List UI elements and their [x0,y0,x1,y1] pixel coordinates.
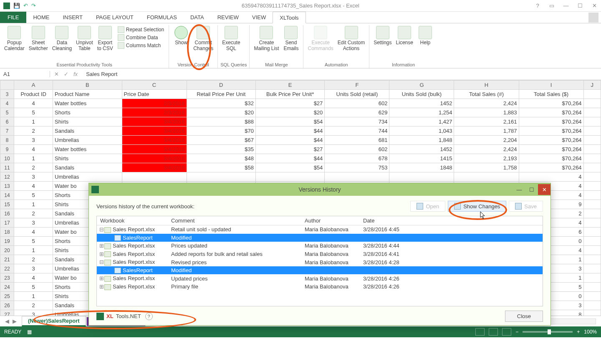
cell[interactable]: 2 [14,126,53,136]
cell[interactable]: 602 [325,145,389,154]
ribbon-collapse-icon[interactable]: ▭ [547,3,557,9]
cell[interactable] [583,136,601,145]
cell[interactable] [583,191,601,200]
tab-page-layout[interactable]: PAGE LAYOUT [89,12,140,23]
column-header[interactable]: F [325,81,389,90]
tree-expander-icon[interactable]: ⊞ [98,251,104,257]
version-row[interactable]: ⊟Sales Report.xlsxRevised pricesMaria Ba… [97,258,543,266]
cell[interactable]: $70,264 [519,136,583,145]
popup-calendar-button[interactable]: PopupCalendar [3,25,26,61]
col-workbook[interactable]: Workbook [97,216,168,225]
cell[interactable] [583,246,601,255]
tab-home[interactable]: HOME [26,12,56,23]
cell[interactable] [583,218,601,228]
cell[interactable]: Sandals [53,163,122,172]
cell[interactable]: 3/4/2016 [122,126,187,136]
row-header[interactable]: 10 [0,154,14,163]
tree-expander-icon[interactable]: ⊟ [98,226,104,233]
cell[interactable]: 3/4/2016 [122,117,187,126]
cell[interactable] [583,273,601,283]
save-button[interactable]: Save [509,201,543,212]
cell[interactable]: $58 [187,163,255,172]
cell[interactable]: 2 [14,301,53,310]
row-header[interactable]: 7 [0,126,14,136]
cell[interactable]: Product ID [14,90,53,99]
cell[interactable]: Retail Price Per Unit [187,90,255,99]
cell[interactable]: 4 [14,228,53,237]
maximize-icon[interactable]: ☐ [575,3,585,9]
cell[interactable]: $70,264 [519,99,583,108]
cell[interactable]: $70,264 [519,145,583,154]
send-emails-button[interactable]: SendEmails [281,25,300,61]
tree-expander-icon[interactable]: ⊞ [98,243,104,249]
cell[interactable]: Price Date [122,90,187,99]
cell[interactable] [187,172,255,182]
cell[interactable]: 4 [14,99,53,108]
cell[interactable]: $27 [255,99,324,108]
cell[interactable]: 753 [325,163,389,172]
cell[interactable]: $44 [255,136,324,145]
cell[interactable]: 1,883 [454,108,519,117]
show-versions-button[interactable]: Show [172,25,191,61]
row-header[interactable]: 17 [0,218,14,228]
cell[interactable] [583,163,601,172]
execute-commands-button[interactable]: ExecuteCommands [306,25,335,61]
cancel-formula-icon[interactable]: ✕ [54,71,59,77]
cell[interactable]: 1 [14,117,53,126]
cell[interactable]: 1,758 [454,163,519,172]
zoom-in-icon[interactable]: + [577,329,580,335]
cell[interactable]: 2,161 [454,117,519,126]
cell[interactable]: 4 [14,273,53,283]
cell[interactable]: Total Sales (#) [454,90,519,99]
row-header[interactable]: 25 [0,292,14,301]
cell[interactable]: 3/4/2016 [122,136,187,145]
row-header[interactable]: 5 [0,108,14,117]
cell[interactable]: 2/3/2016 [122,99,187,108]
cell[interactable]: 629 [325,108,389,117]
license-button[interactable]: License [394,25,415,61]
row-header[interactable]: 8 [0,136,14,145]
cell[interactable]: 681 [325,136,389,145]
open-button[interactable]: Open [410,201,445,212]
cell[interactable]: 3/4/2016 [122,163,187,172]
cell[interactable]: 3 [14,136,53,145]
xltools-brand[interactable]: XLTools.NET [96,313,141,320]
cell[interactable] [583,145,601,154]
cell[interactable] [583,228,601,237]
cell[interactable]: 744 [325,126,389,136]
cell[interactable]: 5 [14,108,53,117]
cell[interactable]: $20 [255,108,324,117]
cell[interactable]: 2,424 [454,99,519,108]
row-header[interactable]: 11 [0,163,14,172]
cell[interactable] [389,172,454,182]
cell[interactable]: 678 [325,154,389,163]
row-header[interactable]: 19 [0,237,14,246]
cell[interactable]: $32 [187,99,255,108]
cell[interactable]: 1 [14,200,53,209]
view-page-layout-icon[interactable] [489,328,498,336]
tab-xltools[interactable]: XLTools [273,12,306,23]
row-header[interactable]: 16 [0,209,14,218]
minimize-icon[interactable]: — [561,3,571,9]
row-header[interactable]: 9 [0,145,14,154]
col-author[interactable]: Author [301,216,360,225]
column-header[interactable]: H [454,81,519,90]
cell[interactable]: Umbrellas [53,136,122,145]
cell[interactable]: $67 [187,136,255,145]
macro-record-icon[interactable]: ▦ [27,329,32,335]
cell[interactable]: 1,787 [454,126,519,136]
cell[interactable]: 4 [14,145,53,154]
formula-input[interactable]: Sales Report [82,71,601,77]
row-header[interactable]: 26 [0,301,14,310]
help-button[interactable]: Help [416,25,435,61]
cell[interactable]: 1,427 [389,117,454,126]
help-icon[interactable]: ? [533,3,543,9]
cell[interactable]: $70,264 [519,163,583,172]
column-header[interactable]: C [122,81,187,90]
sheet-nav-next-icon[interactable]: ▶ [13,318,17,324]
row-header[interactable]: 15 [0,200,14,209]
dialog-help-icon[interactable]: ? [145,313,153,320]
dialog-minimize-icon[interactable]: — [513,184,525,195]
cell[interactable]: 1 [14,154,53,163]
cell[interactable]: $70,264 [519,154,583,163]
